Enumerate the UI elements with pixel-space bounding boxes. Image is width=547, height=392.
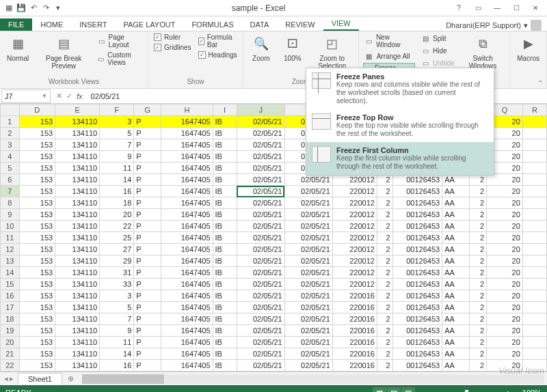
cell[interactable]: 5 — [100, 302, 134, 313]
cell[interactable]: 20 — [487, 232, 523, 244]
cell[interactable]: 3 — [100, 290, 134, 302]
cell[interactable]: 00126453 — [392, 244, 442, 255]
tab-insert[interactable]: INSERT — [71, 18, 115, 31]
cell[interactable]: 134110 — [55, 360, 100, 372]
cell[interactable] — [522, 279, 546, 290]
cell[interactable]: IB — [213, 337, 237, 348]
cell[interactable]: AA — [442, 232, 470, 244]
cell[interactable] — [522, 128, 546, 139]
sheet-nav-last-icon[interactable]: ▸ — [10, 374, 14, 383]
cell[interactable]: IB — [213, 186, 237, 197]
cell[interactable]: 2 — [470, 255, 487, 267]
avatar[interactable] — [531, 20, 542, 31]
cell[interactable]: P — [134, 128, 161, 139]
zoom-100-button[interactable]: ⚀100% — [279, 33, 306, 64]
cell[interactable]: P — [134, 116, 161, 128]
cell[interactable]: 153 — [19, 325, 55, 337]
custom-views-button[interactable]: ▭Custom Views — [96, 51, 144, 67]
cell[interactable]: 02/05/21 — [237, 267, 284, 279]
cell[interactable]: P — [134, 221, 161, 232]
cell[interactable]: 1647405 — [161, 313, 213, 325]
cell[interactable] — [522, 209, 546, 221]
cell[interactable]: 220012 — [332, 221, 377, 232]
cell[interactable]: 00126453 — [392, 174, 442, 186]
cell[interactable]: 02/05/21 — [237, 174, 284, 186]
cell[interactable]: 2 — [377, 267, 392, 279]
cell[interactable]: 00126453 — [392, 197, 442, 209]
cell[interactable]: 1647405 — [161, 116, 213, 128]
row-header[interactable]: 22 — [1, 360, 20, 372]
cell[interactable]: IB — [213, 139, 237, 151]
cell[interactable]: 1647405 — [161, 151, 213, 163]
cell[interactable]: 153 — [19, 267, 55, 279]
cell[interactable]: 02/05/21 — [284, 186, 332, 197]
cell[interactable]: 134110 — [55, 244, 100, 255]
cell[interactable]: 2 — [377, 325, 392, 337]
cell[interactable]: 11 — [100, 163, 134, 174]
cell[interactable]: 20 — [487, 313, 523, 325]
cell[interactable]: 20 — [487, 279, 523, 290]
cell[interactable]: 134110 — [55, 302, 100, 313]
cell[interactable]: 16 — [100, 186, 134, 197]
cell[interactable]: AA — [442, 209, 470, 221]
row-header[interactable]: 16 — [1, 290, 20, 302]
cell[interactable]: P — [134, 174, 161, 186]
cell[interactable]: 2 — [377, 186, 392, 197]
cell[interactable]: 153 — [19, 348, 55, 360]
cell[interactable]: IB — [213, 279, 237, 290]
cell[interactable]: 220012 — [332, 186, 377, 197]
cell[interactable]: 20 — [487, 221, 523, 232]
cell[interactable]: P — [134, 151, 161, 163]
cell[interactable]: 134110 — [55, 221, 100, 232]
cell[interactable]: P — [134, 197, 161, 209]
cancel-formula-icon[interactable]: ✕ — [56, 92, 62, 100]
cell[interactable] — [522, 302, 546, 313]
cell[interactable]: 220016 — [332, 313, 377, 325]
cell[interactable]: P — [134, 139, 161, 151]
cell[interactable]: 02/05/21 — [237, 186, 284, 197]
cell[interactable]: 153 — [19, 302, 55, 313]
cell[interactable]: 00126453 — [392, 348, 442, 360]
cell[interactable]: 02/05/21 — [284, 325, 332, 337]
column-header-F[interactable]: F — [100, 104, 134, 116]
cell[interactable]: P — [134, 337, 161, 348]
cell[interactable]: 153 — [19, 197, 55, 209]
cell[interactable]: 20 — [487, 302, 523, 313]
cell[interactable]: 00126453 — [392, 302, 442, 313]
row-header[interactable]: 14 — [1, 267, 20, 279]
cell[interactable]: P — [134, 325, 161, 337]
view-page-break-icon[interactable]: ▥ — [401, 387, 415, 392]
cell[interactable]: 2 — [470, 290, 487, 302]
cell[interactable]: 2 — [377, 348, 392, 360]
cell[interactable]: 134110 — [55, 174, 100, 186]
cell[interactable] — [522, 337, 546, 348]
cell[interactable]: IB — [213, 267, 237, 279]
cell[interactable]: 2 — [470, 302, 487, 313]
page-layout-button[interactable]: ▭Page Layout — [96, 33, 144, 49]
cell[interactable]: 20 — [487, 186, 523, 197]
freeze-panes-option[interactable]: Freeze PanesKeep rows and columns visibl… — [306, 68, 494, 109]
cell[interactable]: 2 — [470, 325, 487, 337]
cell[interactable]: 220016 — [332, 337, 377, 348]
cell[interactable]: IB — [213, 360, 237, 372]
cell[interactable]: P — [134, 267, 161, 279]
cell[interactable]: 14 — [100, 174, 134, 186]
cell[interactable] — [522, 186, 546, 197]
cell[interactable]: 220016 — [332, 348, 377, 360]
qat-customize-icon[interactable]: ▾ — [53, 3, 63, 13]
cell[interactable]: 00126453 — [392, 186, 442, 197]
cell[interactable]: 2 — [470, 209, 487, 221]
cell[interactable]: P — [134, 232, 161, 244]
column-header-G[interactable]: G — [134, 104, 161, 116]
cell[interactable] — [522, 221, 546, 232]
cell[interactable]: 153 — [19, 221, 55, 232]
collapse-ribbon-icon[interactable]: ⌃ — [537, 79, 543, 87]
cell[interactable]: 02/05/21 — [237, 302, 284, 313]
select-all-cell[interactable] — [1, 104, 20, 116]
cell[interactable]: 02/05/21 — [237, 139, 284, 151]
switch-windows-button[interactable]: ⧉Switch Windows — [460, 33, 505, 71]
cell[interactable]: 134110 — [55, 186, 100, 197]
cell[interactable]: 02/05/21 — [284, 290, 332, 302]
formula-bar-checkbox[interactable]: ✓Formula Bar — [197, 33, 239, 49]
zoom-button[interactable]: 🔍Zoom — [248, 33, 275, 64]
